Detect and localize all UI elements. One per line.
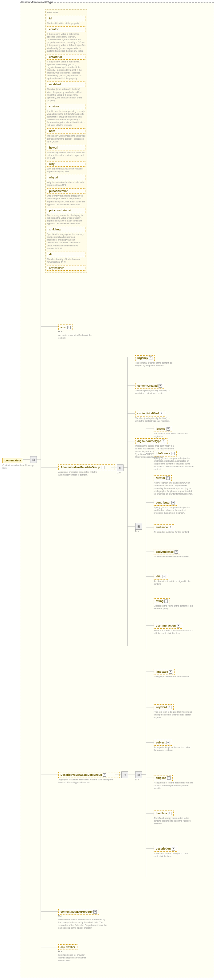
admin-digitalSourceType[interactable]: digitalSourceType+ [135, 438, 167, 444]
icon-element[interactable]: icon+ [59, 325, 73, 330]
attributes-label: attributes [47, 11, 86, 14]
adminsub-infoSource-desc: A party (person or organisation) which o… [154, 457, 194, 471]
expand-icon[interactable]: + [159, 384, 162, 388]
icon-desc: An iconic visual identification of the c… [59, 334, 92, 339]
attr-pubconstrainturi-desc: One or many constraints that apply to pu… [47, 214, 86, 225]
expand-icon[interactable]: + [162, 575, 166, 578]
attr-creator[interactable]: creator [47, 27, 86, 32]
expand-icon[interactable]: + [169, 526, 172, 529]
attr-modified[interactable]: modified [47, 81, 86, 87]
ext-any[interactable]: any ##other [59, 944, 78, 950]
expand-icon[interactable]: + [94, 910, 97, 913]
attr-howuri[interactable]: howuri [47, 145, 86, 150]
desc-description[interactable]: description+ [154, 846, 177, 852]
admin-contentModified[interactable]: contentModified+ [135, 410, 165, 417]
adminsub-audience[interactable]: audience+ [154, 525, 174, 530]
ext-property[interactable]: contentMetaExtProperty+ [59, 909, 99, 915]
attr-custom[interactable]: custom [47, 103, 86, 109]
expand-icon[interactable]: + [175, 550, 178, 554]
attr-how-desc: Indicates by which means the value was e… [47, 134, 86, 143]
ext-prop-card: 0..∞ [59, 915, 62, 917]
attr-creatoruri[interactable]: creatoruri [47, 54, 86, 60]
attr-howuri-desc: Indicates by which means the value was e… [47, 151, 86, 159]
attr-creator-desc: If the property value is not defined, sp… [47, 33, 86, 52]
attr-id[interactable]: id [47, 16, 86, 21]
adminsub-creator-desc: A party (person or organisation) which c… [154, 481, 194, 495]
attr-pubconstraint[interactable]: pubconstraint [47, 188, 86, 194]
desc-group[interactable]: DescriptiveMetadataCoreGroup− [59, 772, 119, 778]
adminsub-altId[interactable]: altId+ [154, 574, 168, 579]
adminsub-creator[interactable]: creator+ [154, 475, 172, 481]
adminsub-exclAudience-desc: An excluded audience for the content. [154, 555, 190, 558]
admin-choice: ⊞ [117, 465, 124, 471]
expand-icon[interactable]: + [149, 356, 152, 360]
adminsub-rating[interactable]: rating+ [154, 598, 170, 604]
expand-icon[interactable]: + [162, 439, 165, 443]
expand-icon[interactable]: + [168, 706, 172, 709]
expand-icon[interactable]: + [164, 600, 168, 603]
expand-icon[interactable]: + [168, 812, 172, 815]
attr-pubconstrainturi[interactable]: pubconstrainturi [47, 208, 86, 213]
desc-subject-desc: An important topic of the content; what … [154, 746, 194, 751]
any-other-attr[interactable]: any ##other [47, 265, 86, 271]
icon-label: icon [60, 326, 67, 329]
desc-slugline-desc: A sequence of tokens associated with the… [154, 781, 194, 790]
ext-prop-label: contentMetaExtProperty [60, 910, 92, 913]
adminsub-contributor-desc: A party (person or organisation) which m… [154, 506, 194, 514]
attr-xml:lang[interactable]: xml:lang [47, 227, 86, 232]
expand-icon[interactable]: + [172, 847, 175, 851]
expand-icon[interactable]: + [67, 326, 71, 329]
adminsub-contributor[interactable]: contributor+ [154, 500, 177, 506]
expand-icon[interactable]: + [166, 476, 170, 480]
root-label: contentMeta [5, 459, 21, 462]
expand-icon[interactable]: + [171, 452, 175, 455]
adminsub-infoSource[interactable]: infoSource+ [154, 451, 177, 457]
admin-sub-card: 0..∞ [135, 530, 139, 532]
desc-language[interactable]: language+ [154, 669, 175, 675]
attr-custom-desc: If set to true the corresponding propert… [47, 110, 86, 127]
attr-creatoruri-desc: If the property value is not defined, sp… [47, 60, 86, 80]
desc-language-desc: A language used by the news content [154, 675, 189, 678]
icon-card: 0..∞ [59, 330, 62, 332]
attr-pubconstraint-desc: One or many constraints that apply to pu… [47, 194, 86, 205]
root-desc: Content Metadata for a Planning Item [2, 464, 36, 469]
attr-why[interactable]: why [47, 161, 86, 167]
attr-dir[interactable]: dir [47, 251, 86, 257]
expand-icon[interactable]: + [167, 741, 170, 745]
adminsub-audience-desc: An intended audience for the content. [154, 531, 189, 533]
admin-group[interactable]: AdministrativeMetadataGroup− [59, 465, 115, 470]
attr-xml:lang-desc: Specifies the language of this property … [47, 233, 86, 250]
admin-urgency[interactable]: urgency+ [135, 355, 154, 361]
desc-choice: ⊞ [135, 772, 142, 778]
adminsub-located[interactable]: located+ [154, 426, 172, 432]
desc-slugline[interactable]: slugline+ [154, 775, 173, 781]
desc-group-desc: A group of properties associated with th… [59, 778, 115, 784]
expand-icon[interactable]: + [167, 776, 170, 780]
expand-icon[interactable]: + [167, 427, 170, 431]
ext-any-card: 0..∞ [59, 950, 62, 952]
ext-any-label: any ##other [60, 945, 75, 949]
desc-keyword-desc: Free-text term to be used for indexing o… [154, 711, 194, 719]
admin-contentModified-desc: The date (and optionally the time) on wh… [135, 417, 175, 422]
adminsub-userInteraction[interactable]: userInteraction+ [154, 623, 182, 629]
adminsub-exclAudience[interactable]: exclAudience+ [154, 549, 180, 555]
admin-contentCreated[interactable]: contentCreated+ [135, 383, 164, 389]
attr-how[interactable]: how [47, 128, 86, 134]
root-element[interactable]: contentMeta [2, 458, 23, 463]
expand-icon[interactable]: + [172, 501, 175, 504]
desc-keyword[interactable]: keyword+ [154, 705, 174, 710]
desc-subject[interactable]: subject+ [154, 740, 172, 746]
expand-icon[interactable]: + [177, 624, 180, 627]
attr-whyuri-desc: Why the metadata has been included - exp… [47, 181, 86, 186]
ext-any-desc: Extension point for provider-defined pro… [59, 953, 92, 962]
expand-icon[interactable]: + [160, 412, 163, 415]
admin-urgency-desc: The editorial urgency of the content, as… [135, 361, 175, 367]
desc-headline[interactable]: headline+ [154, 810, 174, 816]
attr-modified-desc: The date (and, optionally, the time) whe… [47, 88, 86, 102]
expand-icon[interactable]: − [103, 773, 106, 777]
desc-seq: ⊟ [121, 772, 128, 778]
attr-whyuri[interactable]: whyuri [47, 175, 86, 180]
admin-contentCreated-desc: The date (and optionally the time) on wh… [135, 389, 175, 395]
expand-icon[interactable]: + [169, 670, 172, 674]
expand-icon[interactable]: − [101, 466, 105, 469]
